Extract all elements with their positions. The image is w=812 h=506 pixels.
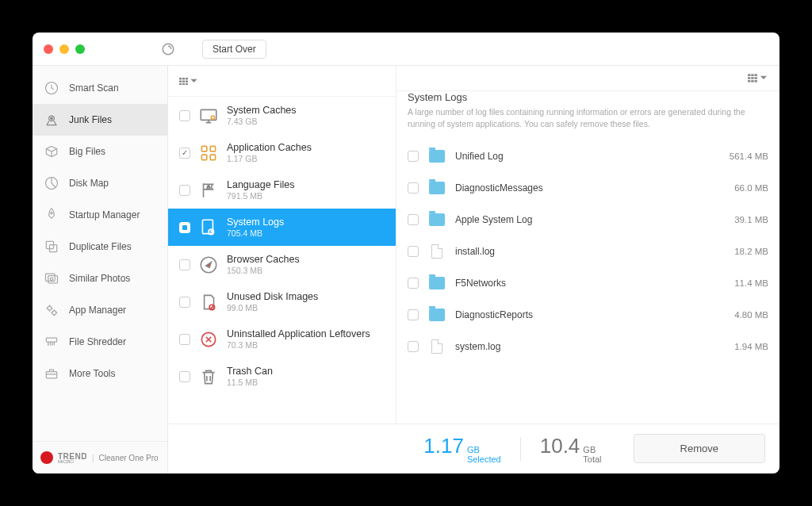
file-checkbox[interactable] — [408, 341, 419, 352]
sidebar-item-disk-map[interactable]: Disk Map — [33, 167, 167, 199]
trend-logo-icon — [40, 451, 53, 464]
category-checkbox[interactable] — [179, 110, 190, 121]
file-item[interactable]: Unified Log561.4 MB — [396, 140, 779, 172]
rocket-icon — [44, 207, 59, 223]
sidebar-item-label: File Shredder — [69, 336, 126, 347]
file-item[interactable]: DiagnosticReports4.80 MB — [396, 299, 779, 331]
categories-toolbar — [168, 66, 396, 97]
remove-button[interactable]: Remove — [634, 434, 765, 463]
file-name: F5Networks — [455, 278, 725, 289]
detail-view-toggle-button[interactable] — [748, 74, 768, 82]
sidebar-item-file-shredder[interactable]: File Shredder — [33, 326, 167, 358]
category-checkbox[interactable] — [179, 259, 190, 270]
category-title: Language Files — [227, 179, 294, 190]
file-item[interactable]: F5Networks11.4 MB — [396, 267, 779, 299]
monitor-icon — [198, 105, 219, 126]
file-checkbox[interactable] — [408, 309, 419, 320]
file-checkbox[interactable] — [408, 246, 419, 257]
category-size: 11.5 MB — [227, 378, 273, 387]
close-icon[interactable] — [44, 44, 53, 54]
svg-rect-43 — [751, 80, 753, 82]
file-item[interactable]: Apple System Log39.1 MB — [396, 204, 779, 236]
sidebar-item-similar-photos[interactable]: Similar Photos — [33, 263, 167, 294]
svg-point-5 — [51, 212, 53, 214]
sidebar-item-more-tools[interactable]: More Tools — [33, 358, 167, 389]
category-title: Application Caches — [227, 142, 312, 153]
sidebar-item-label: Junk Files — [69, 114, 112, 125]
view-toggle-button[interactable] — [179, 77, 198, 86]
category-checkbox[interactable] — [179, 148, 190, 159]
category-checkbox[interactable] — [179, 334, 190, 345]
file-checkbox[interactable] — [408, 151, 419, 162]
file-name: Apple System Log — [455, 214, 725, 225]
logs-icon — [198, 217, 219, 238]
svg-point-3 — [51, 117, 53, 120]
file-name: DiagnosticMessages — [455, 182, 725, 194]
svg-rect-29 — [210, 155, 216, 160]
svg-point-10 — [50, 278, 52, 280]
remove-icon — [198, 329, 219, 350]
category-item-browser-caches[interactable]: Browser Caches150.3 MB — [168, 246, 396, 283]
file-size: 66.0 MB — [734, 183, 768, 193]
folder-icon — [429, 213, 445, 226]
flag-icon: A — [198, 180, 219, 201]
product-name: Cleaner One Pro — [99, 454, 159, 462]
file-item[interactable]: install.log18.2 MB — [396, 236, 779, 267]
sidebar-item-label: Startup Manager — [69, 209, 140, 220]
svg-rect-27 — [210, 146, 216, 151]
summary-footer: 1.17 GB Selected 10.4 GB Total Remove — [168, 424, 779, 473]
category-size: 1.17 GB — [227, 154, 312, 163]
sidebar-item-label: More Tools — [69, 368, 115, 379]
titlebar: Start Over — [33, 33, 779, 66]
category-item-unused-disk-images[interactable]: Unused Disk Images99.0 MB — [168, 283, 396, 320]
category-item-uninstalled-application-leftovers[interactable]: Uninstalled Application Leftovers70.3 MB — [168, 320, 396, 358]
vacuum-icon — [44, 112, 59, 128]
total-unit: GB — [583, 445, 601, 454]
total-label: Total — [583, 454, 601, 464]
sidebar-item-big-files[interactable]: Big Files — [33, 136, 167, 167]
category-item-language-files[interactable]: ALanguage Files791.5 MB — [168, 171, 396, 209]
categories-panel: System Caches7.43 GBApplication Caches1.… — [168, 66, 396, 424]
divider — [520, 437, 521, 461]
minimize-icon[interactable] — [59, 44, 69, 54]
detail-panel: System Logs A large number of log files … — [396, 66, 779, 424]
category-item-trash-can[interactable]: Trash Can11.5 MB — [168, 358, 396, 395]
sidebar-item-label: Similar Photos — [69, 273, 130, 284]
svg-point-25 — [211, 116, 214, 119]
category-item-system-logs[interactable]: System Logs705.4 MB — [168, 209, 396, 246]
sidebar-item-startup-manager[interactable]: Startup Manager — [33, 199, 167, 231]
category-item-application-caches[interactable]: Application Caches1.17 GB — [168, 134, 396, 171]
apps-icon — [198, 143, 219, 163]
svg-rect-38 — [755, 74, 757, 76]
category-list: System Caches7.43 GBApplication Caches1.… — [168, 97, 396, 424]
svg-rect-26 — [201, 146, 207, 151]
file-checkbox[interactable] — [408, 182, 419, 194]
category-checkbox[interactable] — [179, 297, 190, 308]
category-item-system-caches[interactable]: System Caches7.43 GB — [168, 97, 396, 134]
file-size: 1.94 MB — [734, 342, 768, 351]
photos-icon — [44, 270, 59, 286]
sidebar-item-duplicate-files[interactable]: Duplicate Files — [33, 231, 167, 263]
file-item[interactable]: DiagnosticMessages66.0 MB — [396, 172, 779, 204]
category-checkbox[interactable] — [179, 371, 190, 382]
category-checkbox[interactable] — [179, 185, 190, 196]
file-checkbox[interactable] — [408, 278, 419, 289]
svg-rect-40 — [751, 77, 753, 79]
file-name: system.log — [455, 341, 725, 352]
file-item[interactable]: system.log1.94 MB — [396, 331, 779, 362]
start-over-button[interactable]: Start Over — [202, 40, 266, 59]
detail-toolbar — [396, 66, 779, 91]
category-size: 705.4 MB — [227, 228, 284, 238]
category-size: 99.0 MB — [227, 303, 318, 312]
sidebar-item-app-manager[interactable]: App Manager — [33, 294, 167, 326]
window-controls — [44, 44, 85, 54]
svg-rect-22 — [182, 83, 185, 85]
category-checkbox[interactable] — [179, 222, 190, 233]
svg-rect-14 — [46, 372, 56, 378]
sidebar-item-junk-files[interactable]: Junk Files — [33, 104, 167, 136]
fullscreen-icon[interactable] — [75, 44, 85, 54]
selected-unit: GB — [467, 445, 501, 454]
file-size: 11.4 MB — [734, 278, 768, 288]
sidebar-item-smart-scan[interactable]: Smart Scan — [33, 72, 167, 104]
file-checkbox[interactable] — [408, 214, 419, 225]
